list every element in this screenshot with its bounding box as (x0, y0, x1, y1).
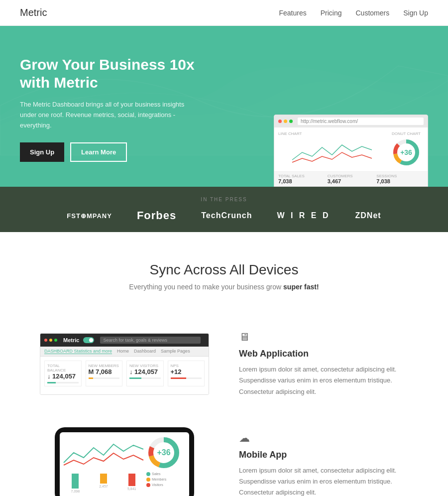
browser-minimize-dot (284, 120, 287, 123)
mobile-icon: ☁ (239, 432, 408, 445)
browser-close-dot (278, 120, 282, 123)
webapp-topbar: Metric Search for task, goals & reviews (40, 334, 209, 347)
webapp-minimize (49, 339, 52, 342)
webapp-mockup-col: Metric Search for task, goals & reviews … (40, 333, 209, 395)
mobile-mockup-col: 7,098 2,457 5,841 (40, 427, 209, 496)
donut-chart-label: DONUT CHART (392, 131, 421, 136)
webapp-search: Search for task, goals & reviews (100, 337, 201, 344)
hero-section: Grow Your Business 10x with Metric The M… (0, 26, 448, 187)
mini-donut-chart-area: DONUT CHART +36 (389, 131, 424, 167)
webapp-desc: Lorem ipsum dolor sit amet, consectetur … (239, 364, 408, 397)
hero-learn-button[interactable]: Learn More (70, 142, 127, 162)
hero-buttons: Sign Up Learn More (20, 142, 199, 162)
webapp-maximize (54, 339, 57, 342)
logo-zdnet: ZDNet (355, 211, 381, 220)
webapp-brand: Metric (63, 337, 79, 343)
sync-title: Sync Across All Devices (20, 262, 428, 278)
brand-logo: Metric (20, 7, 47, 18)
hero-title: Grow Your Business 10x with Metric (20, 56, 199, 92)
navbar: Metric Features Pricing Customers Sign U… (0, 0, 448, 26)
press-section: IN THE PRESS FST⊕MPANY Forbes TechCrunch… (0, 187, 448, 232)
nav-sample: Sample Pages (161, 349, 190, 354)
feature-web-row: Metric Search for task, goals & reviews … (0, 321, 448, 417)
stat-card-visitors: NEW VISITORS ↓ 124,057 (126, 361, 164, 386)
press-logos: FST⊕MPANY Forbes TechCrunch W I R E D ZD… (20, 209, 428, 222)
mobile-title: Mobile App (239, 450, 408, 460)
mobile-line-chart: 7,098 2,457 5,841 (63, 435, 144, 495)
logo-techcrunch: TechCrunch (201, 211, 252, 220)
hero-content: Grow Your Business 10x with Metric The M… (20, 56, 199, 187)
sync-section: Sync Across All Devices Everything you n… (0, 232, 448, 321)
mobile-text-col: ☁ Mobile App Lorem ipsum dolor sit amet,… (239, 432, 408, 496)
webapp-close (44, 339, 47, 342)
stat-card-members: NEW MEMBERS M 7,068 (86, 361, 123, 386)
webapp-text-col: 🖥 Web Application Lorem ipsum dolor sit … (239, 331, 408, 397)
stat-card-balance: TOTAL BALANCE ↓ 124,057 (44, 361, 82, 386)
browser-maximize-dot (289, 120, 293, 123)
sync-bold: super fast! (283, 283, 319, 291)
browser-bar: http://metric.webflow.com/ (274, 115, 428, 127)
mobile-line-svg (63, 435, 144, 470)
line-chart-label: LINE CHART (278, 131, 386, 136)
webapp-body: TOTAL BALANCE ↓ 124,057 NEW MEMBERS M 7,… (40, 357, 209, 394)
mobile-screen-content: 7,098 2,457 5,841 (63, 435, 186, 495)
feature-mobile-row: ☁ Mobile App Lorem ipsum dolor sit amet,… (0, 417, 448, 496)
nav-dash: Dashboard (134, 349, 156, 354)
nav-dashboard: DASHBOARD Statistics and more (44, 349, 112, 354)
line-chart-svg (278, 137, 386, 165)
webapp-nav: DASHBOARD Statistics and more Home Dashb… (40, 347, 209, 357)
sync-description: Everything you need to make your busines… (20, 283, 428, 291)
browser-stats: TOTAL SALES 7,038 CUSTOMERS 3,467 SESSIO… (274, 171, 428, 186)
mini-line-chart-area: LINE CHART (278, 131, 386, 167)
webapp-stats-row: TOTAL BALANCE ↓ 124,057 NEW MEMBERS M 7,… (44, 361, 205, 386)
mobile-desc: Lorem ipsum dolor sit amet, consectetur … (239, 465, 408, 496)
mobile-device: 7,098 2,457 5,841 (55, 427, 194, 496)
webapp-icon: 🖥 (239, 331, 408, 344)
mini-donut: +36 (391, 137, 421, 167)
nav-customers[interactable]: Customers (356, 9, 390, 17)
nav-home: Home (117, 349, 129, 354)
mobile-donut-value: +36 (146, 435, 181, 470)
logo-forbes: Forbes (137, 209, 176, 222)
webapp-toggle (83, 337, 94, 343)
nav-features[interactable]: Features (279, 9, 306, 17)
hero-description: The Metric Dashboard brings all of your … (20, 100, 199, 130)
mobile-donut-legend: Sales Members Visitors (146, 472, 186, 487)
hero-signup-button[interactable]: Sign Up (20, 142, 64, 162)
mobile-screen: 7,098 2,457 5,841 (60, 432, 189, 496)
nav-signup[interactable]: Sign Up (403, 9, 428, 17)
stat-card-extra: NPS +12 (168, 361, 205, 386)
browser-url: http://metric.webflow.com/ (298, 118, 424, 125)
mobile-donut: +36 Sales Members (146, 435, 186, 495)
nav-links: Features Pricing Customers Sign Up (279, 9, 428, 17)
hero-browser-mockup: http://metric.webflow.com/ LINE CHART DO… (274, 115, 428, 187)
donut-value: +36 (391, 137, 421, 167)
logo-wired: W I R E D (277, 211, 330, 220)
browser-window: http://metric.webflow.com/ LINE CHART DO… (274, 115, 428, 187)
webapp-mockup: Metric Search for task, goals & reviews … (40, 333, 209, 395)
logo-fastcompany: FST⊕MPANY (67, 212, 112, 220)
stat-item-1: TOTAL SALES 7,038 (278, 174, 326, 184)
stat-item-3: SESSIONS 7,038 (376, 174, 424, 184)
webapp-title: Web Application (239, 349, 408, 359)
nav-pricing[interactable]: Pricing (321, 9, 342, 17)
browser-body: LINE CHART DONUT CHART (274, 127, 428, 171)
press-label: IN THE PRESS (20, 197, 428, 202)
mobile-bar-row: 7,098 2,457 5,841 (63, 472, 144, 495)
stat-item-2: CUSTOMERS 3,467 (328, 174, 375, 184)
